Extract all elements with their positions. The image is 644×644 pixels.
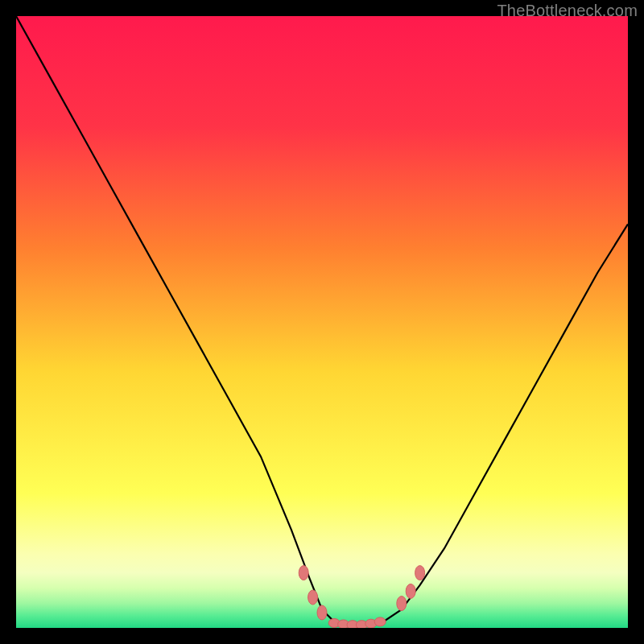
marker-point <box>299 566 308 580</box>
bottleneck-chart <box>16 16 628 628</box>
chart-frame: TheBottleneck.com <box>0 0 644 644</box>
marker-point <box>374 617 386 626</box>
marker-point <box>317 605 327 620</box>
marker-point <box>397 597 407 611</box>
plot-background <box>16 16 628 628</box>
marker-point <box>415 566 425 580</box>
watermark-text: TheBottleneck.com <box>497 2 638 20</box>
marker-point <box>406 584 415 598</box>
marker-point <box>308 590 318 605</box>
